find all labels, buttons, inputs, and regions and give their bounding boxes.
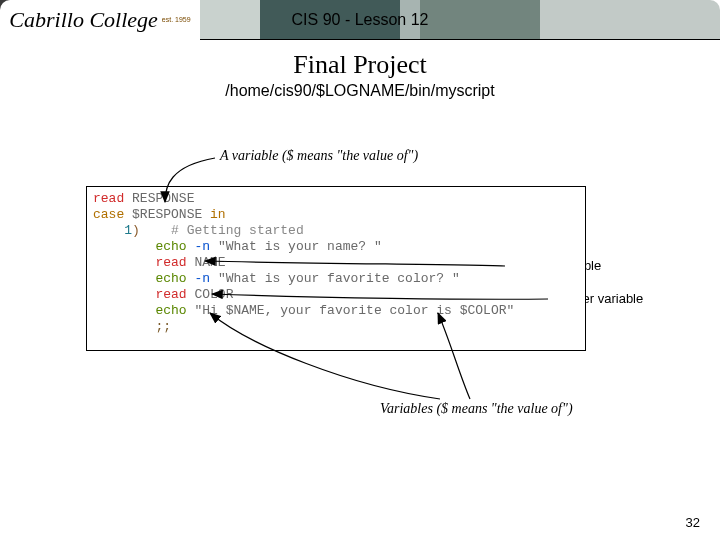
double-semi: ;; — [155, 319, 171, 334]
logo-box: Cabrillo College est. 1959 — [0, 0, 200, 40]
code-line-5: read NAME — [93, 255, 579, 271]
option-n: -n — [194, 271, 210, 286]
code-line-2: case $RESPONSE in — [93, 207, 579, 223]
var-color: COLOR — [194, 287, 233, 302]
keyword-read: read — [93, 191, 124, 206]
keyword-in: in — [210, 207, 226, 222]
page-number: 32 — [686, 515, 700, 530]
var-name: NAME — [194, 255, 225, 270]
keyword-read: read — [155, 255, 186, 270]
logo-est: est. 1959 — [162, 16, 191, 23]
code-line-7: read COLOR — [93, 287, 579, 303]
callout-bottom: Variables ($ means "the value of") — [380, 401, 573, 417]
code-line-3: 1) # Getting started — [93, 223, 579, 239]
code-line-6: echo -n "What is your favorite color? " — [93, 271, 579, 287]
logo-text: Cabrillo College — [9, 7, 158, 33]
slide-subtitle: /home/cis90/$LOGNAME/bin/myscript — [0, 82, 720, 100]
pattern-num: 1 — [124, 223, 132, 238]
slide-title: Final Project — [0, 50, 720, 80]
keyword-echo: echo — [155, 239, 186, 254]
code-line-9: ;; — [93, 319, 579, 335]
code-line-1: read RESPONSE — [93, 191, 579, 207]
banner: Cabrillo College est. 1959 CIS 90 - Less… — [0, 0, 720, 40]
comment-getting-started: # Getting started — [171, 223, 304, 238]
option-n: -n — [194, 239, 210, 254]
keyword-case: case — [93, 207, 124, 222]
keyword-echo: echo — [155, 271, 186, 286]
keyword-read: read — [155, 287, 186, 302]
string-hi: "Hi $NAME, your favorite color is $COLOR… — [194, 303, 514, 318]
callout-top: A variable ($ means "the value of") — [220, 148, 418, 164]
string-name-q: "What is your name? " — [218, 239, 382, 254]
pattern-paren: ) — [132, 223, 140, 238]
var-response: RESPONSE — [132, 191, 194, 206]
keyword-echo: echo — [155, 303, 186, 318]
code-line-4: echo -n "What is your name? " — [93, 239, 579, 255]
var-response-ref: $RESPONSE — [132, 207, 202, 222]
code-box: read RESPONSE case $RESPONSE in 1) # Get… — [86, 186, 586, 351]
code-line-8: echo "Hi $NAME, your favorite color is $… — [93, 303, 579, 319]
string-color-q: "What is your favorite color? " — [218, 271, 460, 286]
